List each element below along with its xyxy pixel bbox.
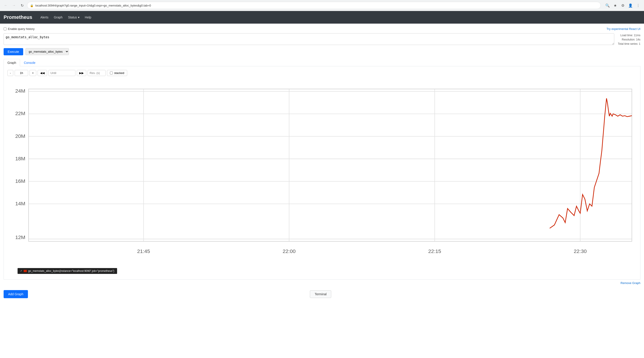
lock-icon: 🔒 xyxy=(30,4,34,7)
metric-select[interactable]: go_memstats_alloc_bytes xyxy=(26,48,69,55)
tab-console[interactable]: Console xyxy=(20,59,39,66)
search-icon[interactable]: 🔍 xyxy=(604,2,611,8)
pan-back-button[interactable]: ◀◀ xyxy=(38,70,47,76)
browser-toolbar: 🔍 ★ ⚙ 👤 ⋮ xyxy=(604,2,641,8)
query-area: go_memstats_alloc_bytes xyxy=(4,33,614,46)
x-label-2200: 22:00 xyxy=(282,248,296,254)
y-label-12m: 12M xyxy=(15,234,26,240)
profile-icon[interactable]: 👤 xyxy=(627,2,634,8)
range-input[interactable]: 1h xyxy=(15,70,28,76)
tabs: Graph Console xyxy=(4,59,640,66)
query-input[interactable]: go_memstats_alloc_bytes xyxy=(4,33,614,45)
navbar-alerts[interactable]: Alerts xyxy=(38,14,51,21)
y-label-14m: 14M xyxy=(15,200,26,206)
load-time: Load time: 11ms xyxy=(618,33,640,37)
main-content: Enable query history Try experimental Re… xyxy=(0,24,644,358)
reload-button[interactable]: ↻ xyxy=(19,2,25,8)
remove-graph-container: Remove Graph xyxy=(4,280,640,287)
x-label-2230: 22:30 xyxy=(574,248,586,254)
zoom-in-button[interactable]: + xyxy=(30,70,36,76)
legend-color-swatch xyxy=(24,270,27,272)
query-row: go_memstats_alloc_bytes Load time: 11ms … xyxy=(4,33,640,48)
navbar-graph[interactable]: Graph xyxy=(51,14,65,21)
legend[interactable]: ✓ go_memstats_alloc_bytes{instance="loca… xyxy=(18,268,117,274)
navbar: Prometheus Alerts Graph Status ▾ Help xyxy=(0,11,644,24)
add-graph-button[interactable]: Add Graph xyxy=(4,290,28,298)
stats-bar: Load time: 11ms Resolution: 14s Total ti… xyxy=(618,33,640,46)
query-history-label: Enable query history xyxy=(8,27,35,31)
x-label-2215: 22:15 xyxy=(428,248,441,254)
zoom-out-button[interactable]: - xyxy=(8,70,13,76)
tab-graph[interactable]: Graph xyxy=(4,59,20,66)
query-history-checkbox-label[interactable]: Enable query history xyxy=(4,27,35,31)
stacked-label: stacked xyxy=(114,71,124,75)
bottom-actions: Add Graph Terminal xyxy=(4,287,640,300)
extensions-icon[interactable]: ⚙ xyxy=(620,2,626,8)
stacked-checkbox[interactable] xyxy=(110,71,113,74)
url-bar[interactable]: 🔒 localhost:30944/graph?g0.range_input=1… xyxy=(27,2,601,9)
react-ui-link[interactable]: Try experimental React UI xyxy=(606,27,640,31)
data-line xyxy=(550,98,632,228)
chart-container: 24M 22M 20M 18M 16M 14M 12M xyxy=(8,80,636,267)
more-icon[interactable]: ⋮ xyxy=(635,2,641,8)
resolution: Resolution: 14s xyxy=(618,37,640,42)
remove-graph-link[interactable]: Remove Graph xyxy=(620,281,640,285)
navbar-brand: Prometheus xyxy=(4,14,32,20)
top-bar: Enable query history Try experimental Re… xyxy=(4,27,640,31)
query-history-checkbox[interactable] xyxy=(4,27,6,30)
total-time-series: Total time series: 1 xyxy=(618,42,640,46)
graph-controls: - 1h + ◀◀ ▶▶ stacked xyxy=(8,70,636,76)
x-label-2145: 21:45 xyxy=(137,248,150,254)
navbar-status[interactable]: Status ▾ xyxy=(65,14,82,21)
pan-forward-button[interactable]: ▶▶ xyxy=(77,70,86,76)
browser-chrome: ← → ↻ 🔒 localhost:30944/graph?g0.range_i… xyxy=(0,0,644,11)
forward-button[interactable]: → xyxy=(11,2,17,8)
url-text: localhost:30944/graph?g0.range_input=1h&… xyxy=(35,4,598,7)
resolution-input[interactable] xyxy=(88,70,106,76)
execute-button[interactable]: Execute xyxy=(4,48,23,55)
until-input[interactable] xyxy=(48,70,76,76)
navbar-help[interactable]: Help xyxy=(82,14,94,21)
legend-series-label: go_memstats_alloc_bytes{instance="localh… xyxy=(28,269,114,273)
stacked-button[interactable]: stacked xyxy=(107,70,127,76)
y-label-22m: 22M xyxy=(15,110,26,116)
terminal-button[interactable]: Terminal xyxy=(310,290,331,298)
execute-bar: Execute go_memstats_alloc_bytes xyxy=(4,48,640,55)
graph-panel: - 1h + ◀◀ ▶▶ stacked 24M 22M 20M 18M 16M… xyxy=(4,66,640,280)
y-label-20m: 20M xyxy=(15,133,26,139)
back-button[interactable]: ← xyxy=(3,2,9,8)
svg-rect-11 xyxy=(28,89,632,241)
chart-svg: 24M 22M 20M 18M 16M 14M 12M xyxy=(8,80,636,267)
y-label-24m: 24M xyxy=(15,88,26,94)
bookmark-icon[interactable]: ★ xyxy=(612,2,618,8)
y-label-18m: 18M xyxy=(15,155,26,161)
y-label-16m: 16M xyxy=(15,178,26,184)
legend-container: ✓ go_memstats_alloc_bytes{instance="loca… xyxy=(8,267,636,276)
legend-check-icon: ✓ xyxy=(20,269,22,272)
